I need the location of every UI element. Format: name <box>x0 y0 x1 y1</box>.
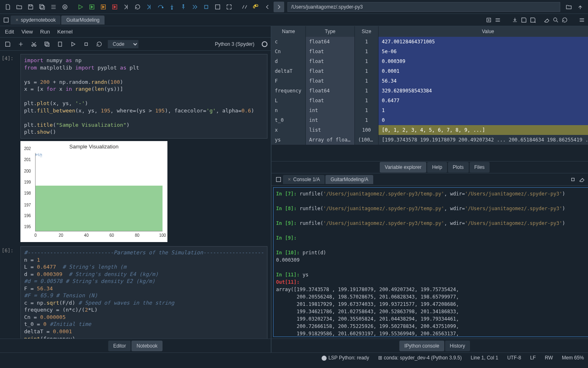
var-row[interactable]: Lfloat10.6477 <box>272 96 588 105</box>
nb-run-icon[interactable] <box>69 40 78 49</box>
col-type[interactable]: Type <box>306 26 355 37</box>
save-icon[interactable] <box>25 2 36 12</box>
var-row[interactable]: Ffloat156.34 <box>272 76 588 86</box>
svg-rect-20 <box>572 178 575 181</box>
variable-explorer[interactable]: Name Type Size Value cfloat641427.001284… <box>272 26 588 161</box>
browse-dir-icon[interactable] <box>564 2 574 12</box>
tab-variable-explorer[interactable]: Variable explorer <box>380 162 426 173</box>
python-path-icon[interactable] <box>251 2 261 12</box>
code-cell[interactable]: [4]: import numpy as np from matplotlib … <box>20 54 267 242</box>
svg-point-6 <box>172 8 173 9</box>
browse-consoles-icon[interactable] <box>274 175 283 184</box>
notebook-body[interactable]: [4]: import numpy as np from matplotlib … <box>0 51 271 339</box>
search-icon[interactable] <box>551 16 560 25</box>
nb-cut-icon[interactable] <box>29 40 38 49</box>
save-var-icon[interactable] <box>519 16 528 25</box>
var-header-row: Name Type Size Value <box>272 26 588 37</box>
restart-icon[interactable] <box>132 2 143 12</box>
save-as-var-icon[interactable] <box>528 16 537 25</box>
console-output[interactable]: In [7]: runfile('/Users/juanitagomez/.sp… <box>273 187 588 337</box>
step-over-icon[interactable] <box>155 2 166 12</box>
new-notebook-icon[interactable] <box>484 16 493 25</box>
maximize-icon[interactable] <box>224 2 234 12</box>
menu-icon[interactable] <box>493 16 502 25</box>
kernel-label: Python 3 (Spyder) <box>215 41 254 47</box>
refresh-icon[interactable] <box>560 16 569 25</box>
col-name[interactable]: Name <box>272 26 306 37</box>
nb-add-icon[interactable] <box>16 40 25 49</box>
step-into-icon[interactable] <box>167 2 177 12</box>
col-size[interactable]: Size <box>355 26 379 37</box>
menu-edit[interactable]: Edit <box>5 29 14 35</box>
var-row[interactable]: t_0int10 <box>272 115 588 125</box>
nb-save-icon[interactable] <box>3 40 12 49</box>
nb-copy-icon[interactable] <box>42 40 51 49</box>
nb-stop-icon[interactable] <box>82 40 91 49</box>
svg-point-1 <box>64 6 66 8</box>
open-folder-icon[interactable] <box>14 2 24 12</box>
run-cell-icon[interactable] <box>87 2 97 12</box>
tab-spydernotebook[interactable]: ×spydernotebook <box>11 16 60 25</box>
cell-prompt: [4]: <box>2 56 13 61</box>
stop-debug-icon[interactable] <box>201 2 212 12</box>
menu-run[interactable]: Run <box>40 29 50 35</box>
code-content[interactable]: import numpy as np from matplotlib impor… <box>20 54 267 139</box>
preferences-icon[interactable] <box>239 2 250 12</box>
tab-close-icon[interactable]: × <box>16 17 18 23</box>
back-icon[interactable] <box>262 2 273 12</box>
outline-icon[interactable] <box>48 2 59 12</box>
var-row[interactable]: cfloat641427.00128464371005 <box>272 37 588 47</box>
run-selection-icon[interactable] <box>109 2 120 12</box>
var-row[interactable]: nint11 <box>272 105 588 115</box>
run-until-icon[interactable] <box>121 2 131 12</box>
console-menu-icon[interactable] <box>586 175 588 184</box>
var-row[interactable]: deltaTfloat10.0001 <box>272 66 588 76</box>
run-icon[interactable] <box>75 2 86 12</box>
btab-ipython[interactable]: IPython console <box>399 341 444 351</box>
editor-bottom-tabs: Editor Notebook <box>0 339 271 352</box>
nb-paste-icon[interactable] <box>56 40 65 49</box>
continue-icon[interactable] <box>189 2 200 12</box>
clear-console-icon[interactable] <box>577 175 586 184</box>
tab-console-guitar[interactable]: GuitarModeling/A <box>325 175 373 184</box>
debug-cell-icon[interactable] <box>212 2 223 12</box>
run-cell-advance-icon[interactable] <box>98 2 109 12</box>
download-icon[interactable] <box>510 16 519 25</box>
new-file-icon[interactable] <box>2 2 13 12</box>
var-row[interactable]: xlist100[0, 1, 2, 3, 4, 5, 6, 7, 8, 9, .… <box>272 125 588 135</box>
btab-history[interactable]: History <box>445 341 470 351</box>
var-row[interactable]: frequencyfloat641329.6289058543384 <box>272 86 588 96</box>
menu-kernel[interactable]: Kernel <box>57 29 73 35</box>
col-value[interactable]: Value <box>379 26 588 37</box>
step-out-icon[interactable] <box>178 2 189 12</box>
stop-console-icon[interactable] <box>568 175 577 184</box>
browse-tabs-icon[interactable] <box>2 16 11 25</box>
var-row[interactable]: dfloat10.000309 <box>272 56 588 66</box>
working-dir-input[interactable] <box>287 2 560 12</box>
tab-files[interactable]: Files <box>470 162 490 173</box>
forward-icon[interactable] <box>274 2 284 12</box>
btab-editor[interactable]: Editor <box>108 341 131 351</box>
tab-help[interactable]: Help <box>427 162 447 173</box>
eraser-icon[interactable] <box>542 16 551 25</box>
code-cell[interactable]: [6]: #---------------------------Paramet… <box>20 246 267 339</box>
nb-restart-icon[interactable] <box>95 40 104 49</box>
var-row[interactable]: ysArray of float64(100,)[199.3743578 199… <box>272 135 588 145</box>
debug-step-icon[interactable] <box>144 2 154 12</box>
tab-guitarmodeling[interactable]: GuitarModeling <box>61 16 104 25</box>
hamburger-icon[interactable] <box>577 16 586 25</box>
btab-notebook[interactable]: Notebook <box>131 341 162 351</box>
cell-type-select[interactable]: Code <box>108 40 138 48</box>
tab-console-1a[interactable]: ×Console 1/A <box>283 175 325 184</box>
code-content[interactable]: #---------------------------Parameters o… <box>20 246 267 339</box>
cursor-pos: Line 1, Col 1 <box>471 355 498 361</box>
save-all-icon[interactable] <box>37 2 47 12</box>
kernel-status-icon <box>262 41 267 47</box>
parent-dir-icon[interactable] <box>575 2 586 12</box>
editor-tabs-row: ×spydernotebook GuitarModeling <box>0 14 588 26</box>
tab-close-icon[interactable]: × <box>288 177 291 182</box>
tab-plots[interactable]: Plots <box>448 162 469 173</box>
at-icon[interactable] <box>60 2 70 12</box>
var-row[interactable]: Cnfloat15e-06 <box>272 47 588 56</box>
menu-view[interactable]: View <box>21 29 33 35</box>
